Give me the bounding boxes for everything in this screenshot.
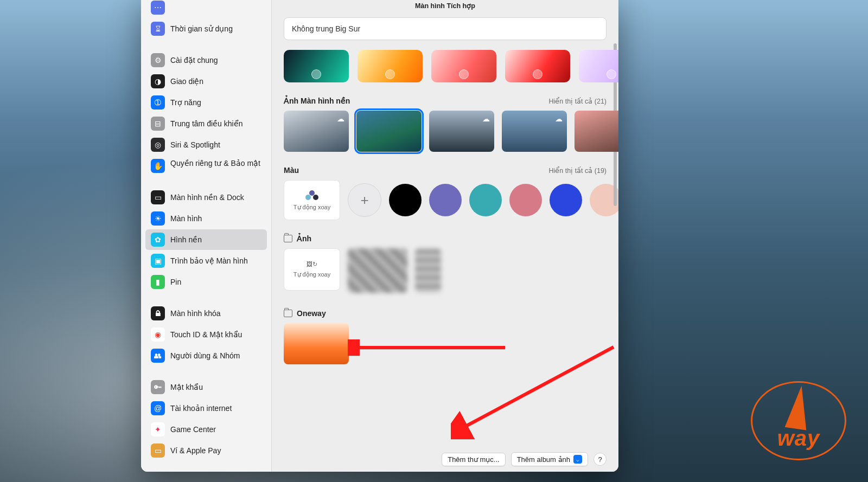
folder-icon [284, 235, 292, 242]
sidebar: ⋯⌛︎Thời gian sử dụng⚙︎Cài đặt chung◑Giao… [141, 0, 272, 472]
color-swatch[interactable] [509, 184, 542, 216]
custom-folder-thumb[interactable] [284, 323, 349, 364]
sidebar-item-passwords-icon: 🔑︎ [151, 380, 165, 394]
sidebar-item-label: Pin [170, 278, 181, 287]
sidebar-item-controlcenter-icon: ⊟ [151, 117, 165, 131]
sidebar-item-wallet-icon: ▭ [151, 444, 165, 458]
sidebar-item-controlcenter[interactable]: ⊟Trung tâm điều khiển [145, 113, 267, 134]
color-swatch[interactable] [469, 184, 502, 216]
dynamic-swatch[interactable] [284, 50, 349, 82]
photo-rotate-icon: 🖼︎↻ [307, 261, 317, 268]
wallpaper-thumb[interactable] [575, 111, 618, 152]
add-album-button[interactable]: Thêm album ảnh ⌵ [511, 452, 588, 466]
sidebar-item-screensaver-icon: ▣ [151, 254, 165, 268]
add-folder-button[interactable]: Thêm thư mục... [442, 453, 505, 466]
wallpaper-thumb-row: ☁︎☁︎☁︎ [284, 111, 607, 152]
sidebar-item-screensaver[interactable]: ▣Trình bảo vệ Màn hình [145, 250, 267, 271]
sidebar-item-label: Màn hình khóa [170, 309, 221, 318]
sidebar-item-label: Trợ năng [170, 98, 201, 107]
play-icon [385, 69, 395, 79]
photo-thumb-1[interactable] [348, 248, 407, 293]
sidebar-item-appearance[interactable]: ◑Giao diện [145, 71, 267, 92]
system-settings-window: ⋯⌛︎Thời gian sử dụng⚙︎Cài đặt chung◑Giao… [141, 0, 618, 472]
sidebar-item-internetaccounts[interactable]: @Tài khoản internet [145, 398, 267, 419]
auto-rotate-card-colors[interactable]: Tự động xoay [284, 180, 340, 220]
sidebar-item-users[interactable]: 👥︎Người dùng & Nhóm [145, 345, 267, 366]
sidebar-item-internetaccounts-icon: @ [151, 401, 165, 415]
current-wallpaper-row[interactable]: Không trung Big Sur [284, 17, 607, 40]
sidebar-item-label: Hình nền [170, 235, 202, 245]
wallpaper-settings-pane: Màn hình Tích hợp Không trung Big Sur Ản… [272, 0, 618, 472]
show-all-wallpapers-link[interactable]: Hiển thị tất cả (21) [549, 97, 607, 105]
sidebar-item-wallpaper[interactable]: ✿Hình nền [145, 229, 267, 250]
section-photos-title: Ảnh [284, 234, 311, 243]
sidebar-item-wallet[interactable]: ▭Ví & Apple Pay [145, 440, 267, 461]
sidebar-item-label: Game Center [170, 425, 216, 434]
section-colors-head: Màu Hiển thị tất cả (19) [284, 166, 607, 175]
section-wallpapers-title: Ảnh Màn hình nền [284, 97, 350, 105]
chevron-down-icon: ⌵ [573, 455, 582, 464]
sidebar-item-gamecenter-icon: ✦ [151, 422, 165, 436]
wallpaper-thumb[interactable]: ☁︎ [429, 111, 494, 152]
dynamic-swatch[interactable] [505, 50, 570, 82]
sidebar-item-displays[interactable]: ☀︎Màn hình [145, 208, 267, 229]
sidebar-item-displays-icon: ☀︎ [151, 211, 165, 226]
sidebar-item-partial-top[interactable]: ⋯ [145, 0, 267, 18]
sidebar-item-screentime[interactable]: ⌛︎Thời gian sử dụng [145, 18, 267, 39]
sidebar-item-battery-icon: ▮ [151, 275, 165, 289]
auto-rotate-label: Tự động xoay [293, 204, 330, 211]
sidebar-item-touchid[interactable]: ◉Touch ID & Mật khẩu [145, 324, 267, 345]
color-swatch[interactable] [550, 184, 582, 216]
add-color-button[interactable]: + [348, 183, 381, 217]
sidebar-item-partial-top-icon: ⋯ [151, 1, 165, 15]
svg-point-2 [313, 195, 318, 200]
wallpaper-thumb[interactable]: ☁︎ [502, 111, 567, 152]
display-preview-label: Màn hình Tích hợp [415, 2, 475, 10]
download-icon: ☁︎ [481, 114, 491, 124]
sidebar-item-label: Người dùng & Nhóm [170, 351, 240, 361]
sidebar-item-label: Siri & Spotlight [170, 140, 220, 150]
sidebar-item-passwords[interactable]: 🔑︎Mật khẩu [145, 377, 267, 397]
sidebar-item-label: Quyền riêng tư & Bảo mật [170, 159, 260, 168]
sidebar-item-label: Trung tâm điều khiển [170, 119, 242, 128]
sidebar-item-wallpaper-icon: ✿ [151, 233, 165, 247]
sidebar-item-accessibility-icon: ➀ [151, 95, 165, 110]
wallpaper-thumb[interactable] [356, 111, 422, 152]
sidebar-item-accessibility[interactable]: ➀Trợ năng [145, 92, 267, 113]
sidebar-item-general[interactable]: ⚙︎Cài đặt chung [145, 50, 267, 70]
color-swatch[interactable] [429, 184, 462, 216]
svg-point-0 [305, 195, 311, 200]
watermark-logo: way [751, 381, 846, 460]
sidebar-item-siri[interactable]: ◎Siri & Spotlight [145, 134, 267, 155]
auto-rotate-label-photos: Tự động xoay [293, 271, 330, 278]
sidebar-item-general-icon: ⚙︎ [151, 53, 165, 67]
dynamic-swatch[interactable] [358, 50, 423, 82]
folder-icon [284, 310, 292, 317]
sidebar-item-users-icon: 👥︎ [151, 349, 165, 363]
current-wallpaper-name: Không trung Big Sur [292, 24, 360, 33]
photo-thumb-2[interactable] [415, 248, 441, 293]
sidebar-item-privacy[interactable]: ✋Quyền riêng tư & Bảo mật [145, 156, 267, 176]
help-button[interactable]: ? [593, 453, 607, 466]
dynamic-swatch[interactable] [431, 50, 496, 82]
dynamic-swatch-row [284, 50, 607, 82]
sidebar-item-privacy-icon: ✋ [151, 159, 165, 173]
play-icon [533, 69, 542, 79]
dynamic-swatch[interactable] [579, 50, 618, 82]
sidebar-item-appearance-icon: ◑ [151, 74, 165, 88]
section-photos-head: Ảnh [284, 234, 607, 243]
auto-rotate-card-photos[interactable]: 🖼︎↻ Tự động xoay [284, 248, 340, 291]
color-swatch[interactable] [389, 184, 422, 216]
sidebar-item-label: Trình bảo vệ Màn hình [170, 256, 248, 266]
sidebar-item-label: Cài đặt chung [170, 56, 218, 65]
sidebar-item-lockscreen[interactable]: 🔒︎Màn hình khóa [145, 303, 267, 324]
auto-rotate-icon [305, 190, 319, 201]
sidebar-item-gamecenter[interactable]: ✦Game Center [145, 419, 267, 440]
sidebar-item-label: Mật khẩu [170, 383, 203, 392]
photos-thumb-row: 🖼︎↻ Tự động xoay [284, 248, 607, 293]
sidebar-item-desktopdock[interactable]: ▭Màn hình nền & Dock [145, 187, 267, 208]
sidebar-item-battery[interactable]: ▮Pin [145, 272, 267, 292]
wallpaper-thumb[interactable]: ☁︎ [284, 111, 349, 152]
show-all-colors-link[interactable]: Hiển thị tất cả (19) [549, 166, 607, 175]
svg-point-1 [309, 190, 315, 196]
